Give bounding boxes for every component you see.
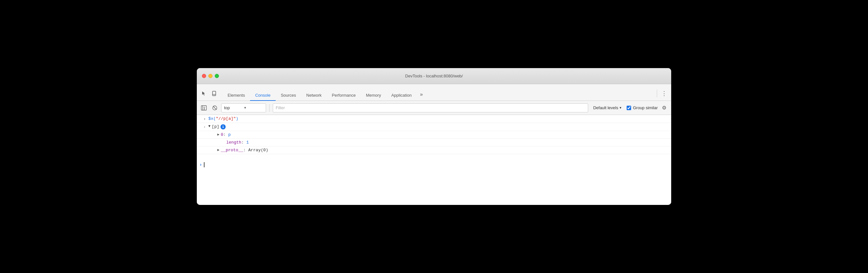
tab-network[interactable]: Network	[301, 90, 327, 101]
group-similar-text: Group similar	[633, 105, 658, 110]
svg-point-2	[214, 95, 214, 95]
proto-gutter	[208, 148, 217, 148]
info-badge-icon: i	[220, 124, 226, 130]
mobile-icon[interactable]	[210, 89, 219, 98]
close-button[interactable]	[202, 74, 206, 78]
code-string-value: "//p[a]"	[216, 116, 236, 121]
console-item-proto: ▶ __proto__ : Array(0)	[197, 146, 671, 154]
window-title: DevTools - localhost:8080/web/	[405, 74, 463, 78]
expand-item-0-arrow[interactable]: ▶	[217, 132, 220, 136]
item-content-0: ▶ 0 : p	[217, 132, 669, 137]
gear-symbol: ⚙	[662, 105, 666, 111]
settings-icon[interactable]: ⚙	[660, 103, 669, 112]
context-selector[interactable]: top ▾	[221, 103, 266, 112]
tab-application[interactable]: Application	[386, 90, 417, 101]
prop-value-length: 1	[246, 140, 249, 145]
proto-content: ▶ __proto__ : Array(0)	[217, 148, 669, 153]
code-dollar: $x(	[208, 116, 216, 121]
toolbar: top ▾ Default levels ▾ Group similar ⚙	[197, 101, 671, 115]
filter-divider	[269, 104, 270, 112]
input-gutter-1: ›	[199, 116, 208, 121]
expand-array-arrow[interactable]: ▼	[208, 124, 211, 128]
cursor-icon[interactable]	[199, 89, 208, 98]
prop-colon-length: :	[241, 140, 247, 145]
prop-gutter-length	[217, 140, 226, 141]
output-header-content: ▼ [p] i	[208, 124, 669, 130]
proto-key: __proto__	[221, 148, 243, 153]
expand-proto-arrow[interactable]: ▶	[217, 148, 220, 152]
filter-input[interactable]	[273, 103, 588, 112]
item-colon-0: :	[223, 132, 228, 137]
tab-console[interactable]: Console	[250, 90, 276, 101]
devtools-menu-button[interactable]: ⋮	[660, 89, 669, 98]
minimize-button[interactable]	[208, 74, 213, 78]
clear-console-icon[interactable]	[210, 103, 219, 112]
devtools-window: DevTools - localhost:8080/web/ Elements …	[197, 68, 671, 205]
prop-content-length: length : 1	[226, 140, 669, 145]
sidebar-toggle-icon[interactable]	[199, 103, 208, 112]
console-spacer	[197, 154, 671, 159]
chevron-down-icon: ▾	[244, 106, 263, 110]
tabbar-end: ⋮	[657, 89, 669, 101]
console-item-0: ▶ 0 : p	[197, 131, 671, 139]
output-back-gutter: ‹	[199, 124, 208, 130]
svg-line-7	[213, 106, 216, 110]
item-gutter-0	[208, 132, 217, 133]
item-value-0: p	[228, 132, 231, 137]
console-input-line-1: › $x("//p[a]")	[197, 115, 671, 123]
item-key-0: 0	[221, 132, 223, 137]
tab-elements[interactable]: Elements	[222, 90, 250, 101]
tab-sources[interactable]: Sources	[276, 90, 301, 101]
console-prop-length: length : 1	[197, 139, 671, 146]
cursor	[204, 162, 205, 167]
levels-arrow-icon: ▾	[620, 106, 621, 110]
tabbar: Elements Console Sources Network Perform…	[197, 84, 671, 101]
titlebar: DevTools - localhost:8080/web/	[197, 68, 671, 84]
input-prompt-icon: ›	[199, 162, 202, 167]
maximize-button[interactable]	[215, 74, 219, 78]
log-levels-button[interactable]: Default levels ▾	[590, 103, 625, 112]
proto-value: Array(0)	[248, 148, 268, 153]
levels-label: Default levels	[593, 105, 618, 110]
tab-memory[interactable]: Memory	[361, 90, 386, 101]
tab-performance[interactable]: Performance	[327, 90, 361, 101]
console-area: › $x("//p[a]") ‹ ▼ [p] i ▶ 0 : p	[197, 115, 671, 205]
proto-colon: :	[243, 148, 248, 153]
tabbar-divider	[657, 90, 657, 97]
console-output-header: ‹ ▼ [p] i	[197, 123, 671, 131]
console-prompt-line[interactable]: ›	[197, 159, 671, 170]
traffic-lights	[202, 74, 219, 78]
tabbar-icons	[199, 89, 219, 101]
more-tabs-button[interactable]: »	[417, 89, 426, 101]
context-value: top	[224, 105, 243, 110]
input-content-1: $x("//p[a]")	[208, 116, 669, 121]
prop-key-length: length	[226, 140, 241, 145]
group-similar-label[interactable]: Group similar	[627, 105, 658, 110]
array-label: [p]	[212, 124, 219, 129]
group-similar-checkbox[interactable]	[627, 106, 631, 110]
code-paren-close: )	[236, 116, 239, 121]
